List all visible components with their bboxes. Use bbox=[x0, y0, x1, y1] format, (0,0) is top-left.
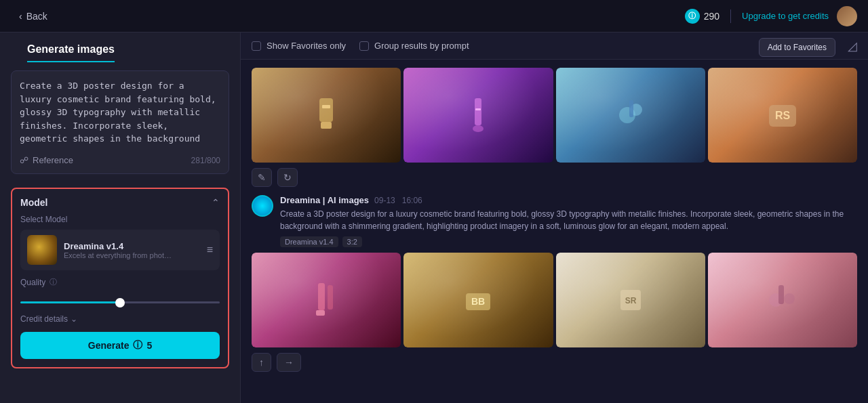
char-count: 281/800 bbox=[191, 156, 220, 165]
model-thumb-inner bbox=[27, 235, 57, 265]
model-section: Model ⌃ Select Model Dreamina v1.4 Excel… bbox=[11, 188, 229, 368]
image-cell-3[interactable] bbox=[556, 68, 705, 163]
svg-rect-1 bbox=[321, 122, 332, 129]
model-section-title: Model bbox=[20, 197, 47, 208]
image-grid-top: RS bbox=[252, 68, 857, 163]
gen-tag-ratio[interactable]: 3:2 bbox=[342, 236, 362, 247]
next-arrow-button[interactable]: → bbox=[277, 353, 301, 372]
image-preview-4[interactable]: RS bbox=[708, 68, 857, 163]
add-to-favorites-button[interactable]: Add to Favorites bbox=[759, 38, 835, 57]
edit-button[interactable]: ✎ bbox=[252, 168, 272, 187]
svg-point-6 bbox=[619, 107, 635, 123]
image-preview-7[interactable]: SR bbox=[556, 253, 705, 347]
svg-rect-11 bbox=[318, 283, 325, 310]
show-favorites-checkbox[interactable] bbox=[252, 41, 261, 51]
svg-rect-2 bbox=[322, 105, 330, 108]
reference-button[interactable]: ☍ Reference bbox=[20, 155, 73, 165]
image-preview-8[interactable] bbox=[708, 253, 857, 347]
generation-tags: Dreamina v1.4 3:2 bbox=[280, 236, 857, 247]
image-preview-5[interactable] bbox=[252, 253, 401, 347]
quality-slider-wrap bbox=[20, 294, 220, 306]
model-settings-icon[interactable]: ≡ bbox=[207, 244, 213, 256]
quality-info-icon: ⓘ bbox=[50, 277, 57, 287]
section-title-row: Model ⌃ bbox=[20, 197, 220, 208]
reference-icon: ☍ bbox=[20, 155, 28, 165]
image-cell-6[interactable]: BB bbox=[403, 253, 553, 347]
prompt-textarea-wrap: Create a 3D poster design for a luxury c… bbox=[11, 70, 229, 174]
back-button[interactable]: ‹ Back bbox=[11, 7, 56, 26]
credits-badge: ⓘ 290 bbox=[685, 9, 719, 24]
credit-details-row[interactable]: Credit details ⌄ bbox=[20, 314, 220, 324]
topbar: ‹ Back ⓘ 290 Upgrade to get credits bbox=[0, 0, 868, 33]
show-favorites-text: Show Favorites only bbox=[267, 41, 346, 51]
sidebar-title: Generate images bbox=[27, 33, 115, 62]
content-area: Show Favorites only Group results by pro… bbox=[241, 33, 868, 403]
credit-details-chevron-icon: ⌄ bbox=[71, 314, 77, 324]
image-cell-1[interactable] bbox=[252, 68, 401, 163]
quality-label: Quality bbox=[20, 278, 45, 287]
image-cell-4[interactable]: RS bbox=[708, 68, 857, 163]
back-label: Back bbox=[26, 11, 47, 22]
image-preview-3[interactable] bbox=[556, 68, 705, 163]
prompt-footer: ☍ Reference 281/800 bbox=[20, 155, 220, 165]
model-thumbnail bbox=[27, 235, 57, 265]
cosmetic-svg-4: RS bbox=[762, 95, 803, 135]
svg-rect-20 bbox=[778, 285, 784, 304]
image-cell-7[interactable]: SR bbox=[556, 253, 705, 347]
generate-credits: 5 bbox=[146, 340, 152, 351]
content-scroll[interactable]: RS ✎ ↻ Dreamina | AI imag bbox=[241, 60, 868, 403]
generation-meta: Dreamina | AI images 09-13 16:06 Create … bbox=[280, 195, 857, 247]
image-cell-5[interactable] bbox=[252, 253, 401, 347]
cosmetic-svg-1 bbox=[306, 95, 347, 135]
gen-tag-model[interactable]: Dreamina v1.4 bbox=[280, 236, 338, 247]
image-cell-8[interactable] bbox=[708, 253, 857, 347]
model-name: Dreamina v1.4 bbox=[64, 241, 200, 251]
refresh-button[interactable]: ↻ bbox=[277, 168, 298, 187]
svg-rect-9 bbox=[769, 105, 796, 127]
cosmetic-svg-2 bbox=[458, 95, 498, 135]
sidebar-header-wrap: Generate images bbox=[0, 33, 240, 62]
save-icon-button[interactable]: ◿ bbox=[848, 39, 857, 54]
image-preview-2[interactable] bbox=[403, 68, 553, 163]
credit-details-label: Credit details bbox=[20, 314, 68, 324]
credits-icon: ⓘ bbox=[685, 9, 700, 24]
model-card[interactable]: Dreamina v1.4 Excels at everything from … bbox=[20, 230, 220, 270]
gen-time-val: 16:06 bbox=[402, 196, 422, 205]
generation-avatar-inner bbox=[253, 196, 272, 215]
svg-point-19 bbox=[784, 293, 795, 304]
image-preview-6[interactable]: BB bbox=[403, 253, 553, 347]
generation-author: Dreamina | AI images bbox=[280, 195, 369, 205]
svg-rect-12 bbox=[328, 285, 333, 310]
generation-avatar bbox=[252, 195, 273, 217]
group-results-checkbox[interactable] bbox=[359, 41, 369, 51]
prev-arrow-button[interactable]: ↑ bbox=[252, 353, 271, 372]
save-icon: ◿ bbox=[848, 39, 857, 53]
gen-date-val: 09-13 bbox=[374, 196, 395, 205]
generate-credits-icon: ⓘ bbox=[133, 339, 142, 352]
group-results-label[interactable]: Group results by prompt bbox=[359, 41, 469, 51]
model-chevron-icon[interactable]: ⌃ bbox=[212, 197, 220, 208]
prompt-textarea[interactable]: Create a 3D poster design for a luxury c… bbox=[20, 79, 220, 147]
select-model-label: Select Model bbox=[20, 215, 220, 224]
cosmetic-svg-8 bbox=[762, 280, 803, 320]
image-preview-1[interactable] bbox=[252, 68, 401, 163]
generate-button[interactable]: Generate ⓘ 5 bbox=[20, 332, 220, 359]
main-layout: Generate images Create a 3D poster desig… bbox=[0, 33, 868, 403]
model-info: Dreamina v1.4 Excels at everything from … bbox=[64, 241, 200, 259]
show-favorites-label[interactable]: Show Favorites only bbox=[252, 41, 346, 51]
svg-rect-14 bbox=[466, 293, 490, 310]
group-results-text: Group results by prompt bbox=[374, 41, 469, 51]
upgrade-link[interactable]: Upgrade to get credits bbox=[742, 11, 829, 21]
nav-arrows: ↑ → bbox=[252, 353, 857, 372]
image-grid-bottom: BB SR bbox=[252, 253, 857, 347]
generation-entry: Dreamina | AI images 09-13 16:06 Create … bbox=[252, 195, 857, 372]
generation-header: Dreamina | AI images 09-13 16:06 Create … bbox=[252, 195, 857, 247]
image-cell-2[interactable] bbox=[403, 68, 553, 163]
svg-text:BB: BB bbox=[471, 296, 485, 307]
svg-rect-13 bbox=[316, 310, 325, 316]
svg-point-18 bbox=[769, 293, 783, 307]
generation-date: 09-13 16:06 bbox=[374, 196, 422, 205]
svg-rect-5 bbox=[475, 108, 481, 110]
svg-rect-16 bbox=[620, 290, 641, 310]
quality-slider[interactable] bbox=[20, 301, 220, 303]
